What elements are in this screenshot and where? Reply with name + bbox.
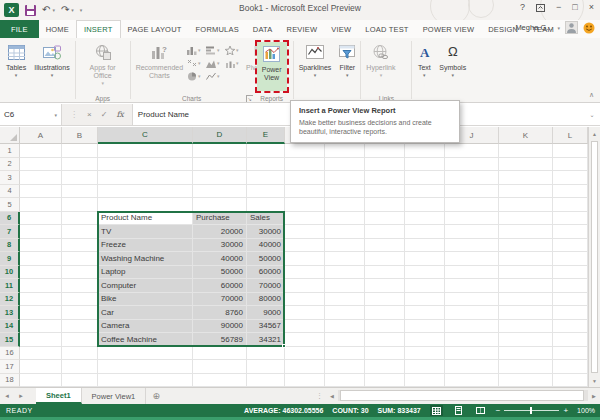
grid-cell-B16[interactable] xyxy=(62,347,98,361)
column-header-C[interactable]: C xyxy=(98,127,193,144)
horizontal-scroll-thumb[interactable] xyxy=(340,390,584,401)
grid-cell-A13[interactable] xyxy=(20,306,62,320)
row-header-16[interactable]: 16 xyxy=(0,347,20,361)
grid-cell-F4[interactable] xyxy=(285,185,325,199)
grid-cell-D11[interactable]: 60000 xyxy=(193,279,247,293)
grid-cell-I3[interactable] xyxy=(405,171,445,185)
select-all-corner[interactable] xyxy=(0,127,20,144)
grid-cell-H6[interactable] xyxy=(365,212,405,226)
grid-cell-B11[interactable] xyxy=(62,279,98,293)
grid-cell-I13[interactable] xyxy=(405,306,445,320)
grid-cell-D1[interactable] xyxy=(193,144,247,158)
row-header-13[interactable]: 13 xyxy=(0,306,20,320)
grid-cell-C15[interactable]: Coffee Machine xyxy=(98,333,193,347)
grid-cell-L14[interactable] xyxy=(553,320,588,334)
grid-cell-A5[interactable] xyxy=(20,198,62,212)
row-header-15[interactable]: 15 xyxy=(0,333,20,347)
grid-cell-E12[interactable]: 80000 xyxy=(247,293,285,307)
grid-cell-F10[interactable] xyxy=(285,266,325,280)
grid-cell-G2[interactable] xyxy=(325,158,365,172)
insert-bar-chart-button[interactable]: ▾ xyxy=(206,44,223,56)
tab-view[interactable]: VIEW xyxy=(324,20,358,38)
grid-cell-B13[interactable] xyxy=(62,306,98,320)
restore-icon[interactable]: □ xyxy=(572,3,577,12)
grid-cell-L16[interactable] xyxy=(553,347,588,361)
grid-cell-I16[interactable] xyxy=(405,347,445,361)
grid-cell-G15[interactable] xyxy=(325,333,365,347)
grid-cell-B7[interactable] xyxy=(62,225,98,239)
grid-cell-D15[interactable]: 56789 xyxy=(193,333,247,347)
grid-cell-C7[interactable]: TV xyxy=(98,225,193,239)
grid-cell-K14[interactable] xyxy=(499,320,553,334)
row-header-6[interactable]: 6 xyxy=(0,212,20,226)
grid-cell-G5[interactable] xyxy=(325,198,365,212)
row-header-14[interactable]: 14 xyxy=(0,320,20,334)
grid-cell-I8[interactable] xyxy=(405,239,445,253)
row-header-9[interactable]: 9 xyxy=(0,252,20,266)
power-view-button[interactable]: Power View xyxy=(257,42,287,91)
grid-cell-A16[interactable] xyxy=(20,347,62,361)
tab-formulas[interactable]: FORMULAS xyxy=(189,20,246,38)
grid-cell-D18[interactable] xyxy=(193,374,247,388)
recommended-charts-button[interactable]: ? Recommended Charts xyxy=(134,40,185,80)
column-header-A[interactable]: A xyxy=(20,127,62,144)
symbols-button[interactable]: Ω Symbols ▾ xyxy=(437,40,468,79)
column-header-B[interactable]: B xyxy=(62,127,98,144)
grid-cell-G9[interactable] xyxy=(325,252,365,266)
grid-cell-I14[interactable] xyxy=(405,320,445,334)
grid-cell-E11[interactable]: 70000 xyxy=(247,279,285,293)
grid-cell-J2[interactable] xyxy=(445,158,499,172)
grid-cell-G3[interactable] xyxy=(325,171,365,185)
page-layout-view-icon[interactable] xyxy=(452,405,465,416)
ribbon-display-options-icon[interactable] xyxy=(536,4,545,12)
grid-cell-E9[interactable]: 50000 xyxy=(247,252,285,266)
row-header-7[interactable]: 7 xyxy=(0,225,20,239)
insert-pie-chart-button[interactable]: ▾ xyxy=(187,70,204,82)
sheet-tab-power-view1[interactable]: Power View1 xyxy=(82,388,147,404)
grid-cell-H18[interactable] xyxy=(365,374,405,388)
grid-cell-H5[interactable] xyxy=(365,198,405,212)
grid-cell-J9[interactable] xyxy=(445,252,499,266)
grid-cell-I5[interactable] xyxy=(405,198,445,212)
grid-cell-C3[interactable] xyxy=(98,171,193,185)
tab-home[interactable]: HOME xyxy=(39,20,76,38)
grid-cell-L2[interactable] xyxy=(553,158,588,172)
grid-cell-E15[interactable]: 34321 xyxy=(247,333,285,347)
grid-cell-L4[interactable] xyxy=(553,185,588,199)
grid-cell-K10[interactable] xyxy=(499,266,553,280)
grid-cell-G8[interactable] xyxy=(325,239,365,253)
grid-cell-F1[interactable] xyxy=(285,144,325,158)
grid-cell-K6[interactable] xyxy=(499,212,553,226)
grid-cell-H9[interactable] xyxy=(365,252,405,266)
grid-cell-F18[interactable] xyxy=(285,374,325,388)
grid-cell-K13[interactable] xyxy=(499,306,553,320)
grid-cell-C14[interactable]: Camera xyxy=(98,320,193,334)
close-icon[interactable]: × xyxy=(589,3,594,12)
formula-bar-expand-icon[interactable]: ⌄ xyxy=(584,104,600,125)
tab-insert[interactable]: INSERT xyxy=(76,20,121,38)
grid-cell-D5[interactable] xyxy=(193,198,247,212)
grid-cell-C17[interactable] xyxy=(98,360,193,374)
grid-cell-C5[interactable] xyxy=(98,198,193,212)
grid-cell-J6[interactable] xyxy=(445,212,499,226)
insert-area-chart-button[interactable]: ▾ xyxy=(206,57,223,69)
enter-icon[interactable]: ✓ xyxy=(101,110,108,119)
grid-cell-D4[interactable] xyxy=(193,185,247,199)
grid-cell-J13[interactable] xyxy=(445,306,499,320)
grid-cell-C18[interactable] xyxy=(98,374,193,388)
grid-cell-L6[interactable] xyxy=(553,212,588,226)
grid-cell-A14[interactable] xyxy=(20,320,62,334)
hyperlink-button[interactable]: Hyperlink ▾ xyxy=(364,40,397,79)
grid-cell-D7[interactable]: 20000 xyxy=(193,225,247,239)
grid-cell-C8[interactable]: Freeze xyxy=(98,239,193,253)
grid-cell-L12[interactable] xyxy=(553,293,588,307)
new-sheet-icon[interactable]: ⊕ xyxy=(146,388,166,404)
grid-cell-K9[interactable] xyxy=(499,252,553,266)
grid-cell-H7[interactable] xyxy=(365,225,405,239)
name-box-dropdown-icon[interactable]: ▾ xyxy=(54,112,57,118)
grid-cell-L9[interactable] xyxy=(553,252,588,266)
grid-cell-K17[interactable] xyxy=(499,360,553,374)
grid-cell-G6[interactable] xyxy=(325,212,365,226)
grid-cell-G12[interactable] xyxy=(325,293,365,307)
grid-cell-H14[interactable] xyxy=(365,320,405,334)
